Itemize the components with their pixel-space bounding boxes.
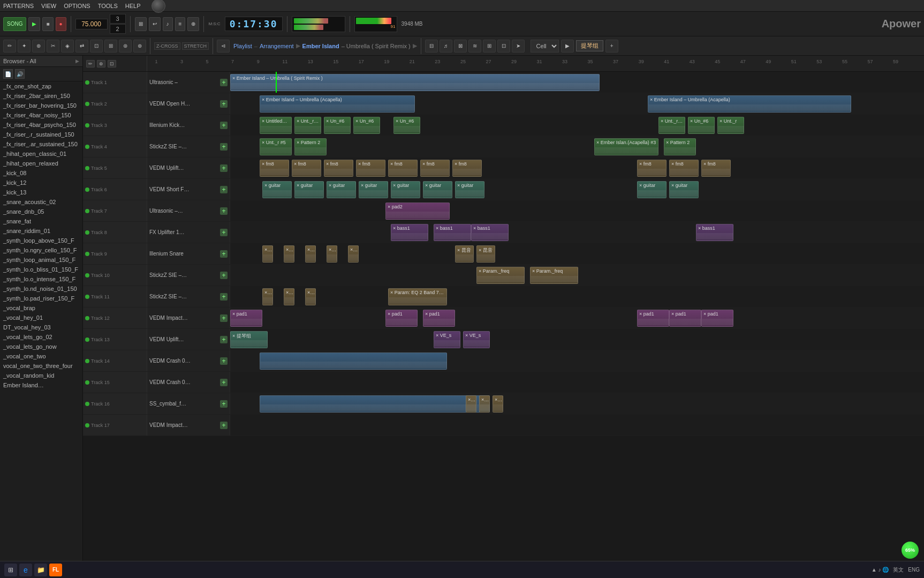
clip-16-3[interactable]: × × — [493, 395, 503, 412]
track-content-8[interactable]: × bass1× bass1× bass1× bass1 — [230, 222, 924, 243]
snap-button[interactable]: ⊞ — [135, 17, 147, 31]
sidebar-item-31[interactable]: Ember Island… — [0, 380, 82, 390]
ie-icon[interactable]: e — [19, 564, 32, 576]
clip-6-5[interactable]: × guitar — [423, 181, 452, 198]
clip-4-0[interactable]: × Unt._r #5 — [260, 138, 292, 155]
tempo-display[interactable]: 75.000 — [75, 19, 108, 29]
clip-3-7[interactable]: × Unt._r — [717, 117, 744, 134]
clip-14-0[interactable] — [260, 352, 447, 370]
track-content-15[interactable] — [230, 372, 924, 393]
plugin-btn[interactable]: ⊞ — [483, 40, 496, 52]
clip-3-6[interactable]: × Un_#6 — [688, 117, 715, 134]
track-content-13[interactable]: × 提琴组× VE_s× VE_s — [230, 329, 924, 350]
clip-8-3[interactable]: × bass1 — [696, 224, 733, 241]
sidebar-item-8[interactable]: _hihat_open_relaxed — [0, 159, 82, 168]
add-channel-btn[interactable]: + — [605, 40, 618, 52]
sidebar-item-15[interactable]: _snare_riddim_01 — [0, 226, 82, 236]
clip-6-8[interactable]: × guitar — [669, 181, 699, 198]
clip-12-1[interactable]: × pad1 — [385, 310, 418, 327]
sidebar-item-27[interactable]: _vocal_lets_go_now — [0, 342, 82, 351]
clip-6-0[interactable]: × guitar — [262, 181, 292, 198]
explorer-icon[interactable]: 📁 — [34, 564, 47, 576]
track-add-btn-15[interactable]: + — [220, 379, 228, 386]
timesig-den[interactable]: 2 — [110, 24, 126, 34]
track-add-btn-2[interactable]: + — [220, 100, 228, 108]
track-vol-1[interactable] — [85, 80, 89, 85]
track-vol-15[interactable] — [85, 380, 89, 385]
track-add-btn-1[interactable]: + — [220, 79, 228, 86]
clip-5-8[interactable]: × fm8 — [669, 160, 699, 177]
breadcrumb-track[interactable]: Ember Island — [302, 43, 339, 49]
track-add-btn-5[interactable]: + — [220, 164, 228, 172]
sidebar-item-7[interactable]: _hihat_open_classic_01 — [0, 149, 82, 159]
prev-button[interactable]: ⊲ — [217, 40, 230, 52]
magnet-mode-btn[interactable]: ⊕ — [97, 60, 105, 67]
clip-3-4[interactable]: × Un_#6 — [393, 117, 420, 134]
track-add-btn-9[interactable]: + — [220, 250, 228, 258]
track-vol-12[interactable] — [85, 316, 89, 320]
clip-4-1[interactable]: × Pattern 2 — [294, 138, 327, 155]
track-vol-5[interactable] — [85, 166, 89, 170]
breadcrumb-playlist[interactable]: Playlist — [233, 43, 252, 49]
breadcrumb-arrangement[interactable]: Arrangement — [260, 43, 294, 49]
clip-7-0[interactable]: × pad2 — [385, 202, 450, 220]
track-vol-2[interactable] — [85, 102, 89, 106]
menu-tools[interactable]: TOOLS — [98, 3, 118, 9]
clip-5-5[interactable]: × fm8 — [420, 160, 450, 177]
clip-12-3[interactable]: × pad1 — [637, 310, 669, 327]
mute-tool[interactable]: ◈ — [61, 40, 74, 52]
clip-2-1[interactable]: × Ember Island – Umbrella (Acapella) — [648, 95, 851, 112]
track-content-2[interactable]: × Ember Island – Umbrella (Acapella)× Em… — [230, 93, 924, 114]
clip-16-0[interactable] — [260, 395, 490, 412]
track-content-4[interactable]: × Unt._r #5× Pattern 2× Ember Islan.(Aca… — [230, 136, 924, 157]
sidebar-item-14[interactable]: _snare_fat — [0, 216, 82, 226]
track-content-1[interactable]: × Ember Island – Umbrella ( Spirit Remix… — [230, 72, 924, 93]
track-add-btn-13[interactable]: + — [220, 336, 228, 343]
track-vol-6[interactable] — [85, 187, 89, 192]
sidebar-item-24[interactable]: _vocal_hey_01 — [0, 313, 82, 322]
plus-tool[interactable]: ⊕ — [133, 40, 146, 52]
sidebar-item-25[interactable]: DT_vocal_hey_03 — [0, 322, 82, 332]
sidebar-file-icon[interactable]: 📄 — [3, 69, 13, 79]
clip-5-3[interactable]: × fm8 — [356, 160, 385, 177]
clip-8-0[interactable]: × bass1 — [391, 224, 428, 241]
clip-9-1[interactable]: × × — [284, 245, 294, 262]
fl-icon[interactable]: FL — [49, 564, 62, 576]
sidebar-item-1[interactable]: _fx_riser_2bar_siren_150 — [0, 91, 82, 101]
cell-select[interactable]: Cell — [531, 40, 559, 52]
sidebar-item-26[interactable]: _vocal_lets_go_02 — [0, 332, 82, 342]
clip-11-1[interactable]: × × — [284, 288, 294, 305]
clip-13-1[interactable]: × VE_s — [434, 331, 460, 348]
song-mode-button[interactable]: SONG — [3, 17, 26, 31]
clip-12-5[interactable]: × pad1 — [701, 310, 733, 327]
sidebar-item-22[interactable]: _synth_lo.pad_riser_150_F — [0, 294, 82, 303]
clip-5-2[interactable]: × fm8 — [324, 160, 353, 177]
clip-5-4[interactable]: × fm8 — [388, 160, 418, 177]
clip-12-2[interactable]: × pad1 — [423, 310, 455, 327]
clip-13-2[interactable]: × VE_s — [463, 331, 490, 348]
clip-10-1[interactable]: × Param._freq — [530, 267, 578, 284]
clip-5-1[interactable]: × fm8 — [292, 160, 321, 177]
track-content-10[interactable]: × Param._freq× Param._freq — [230, 265, 924, 286]
track-content-3[interactable]: × Untitled_lier× Unt._r #6× Un_#6× Un_#6… — [230, 115, 924, 136]
track-add-btn-11[interactable]: + — [220, 293, 228, 301]
track-add-btn-10[interactable]: + — [220, 272, 228, 279]
start-button[interactable]: ⊞ — [4, 564, 17, 576]
track-vol-14[interactable] — [85, 359, 89, 363]
track-content-5[interactable]: × fm8× fm8× fm8× fm8× fm8× fm8× fm8× fm8… — [230, 157, 924, 178]
clip-3-0[interactable]: × Untitled_lier — [260, 117, 292, 134]
track-vol-7[interactable] — [85, 209, 89, 213]
sidebar-item-10[interactable]: _kick_12 — [0, 178, 82, 187]
script-btn[interactable]: ⊡ — [497, 40, 510, 52]
stop-button[interactable]: ■ — [42, 17, 53, 31]
track-content-11[interactable]: × ×× ×× ×× Param: EQ 2 Band 7 freq — [230, 286, 924, 307]
track-vol-13[interactable] — [85, 337, 89, 342]
clip-5-6[interactable]: × fm8 — [452, 160, 482, 177]
track-vol-4[interactable] — [85, 145, 89, 149]
sidebar-item-5[interactable]: _fx_riser_.r_sustained_150 — [0, 130, 82, 139]
track-content-17[interactable] — [230, 415, 924, 436]
sidebar-item-28[interactable]: _vocal_one_two — [0, 351, 82, 361]
track-add-btn-8[interactable]: + — [220, 229, 228, 236]
piano-btn[interactable]: ♬ — [440, 40, 452, 52]
clip-3-1[interactable]: × Unt._r #6 — [294, 117, 321, 134]
